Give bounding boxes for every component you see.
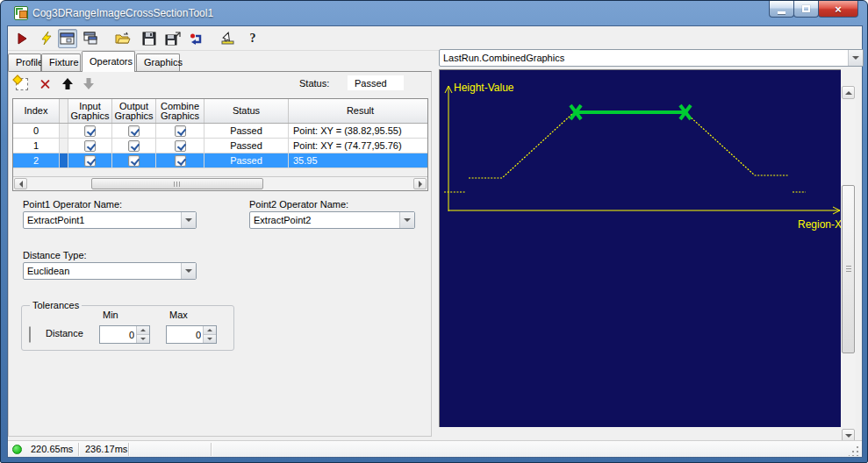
minimize-icon [778, 11, 786, 14]
tab-fixture[interactable]: Fixture [41, 53, 81, 72]
grid-horizontal-scrollbar[interactable] [13, 176, 427, 190]
table-row[interactable]: 0 Passed Point: XY = (38.82,95.55) [13, 124, 427, 139]
point1-operator-value: ExtractPoint1 [24, 215, 181, 225]
col-header-result[interactable]: Result [289, 99, 427, 123]
run-button[interactable] [12, 29, 32, 48]
delete-operator-button[interactable] [38, 76, 54, 92]
save-as-icon [165, 32, 181, 46]
app-icon [14, 6, 28, 20]
tab-graphics[interactable]: Graphics [136, 53, 180, 72]
min-tolerance-input[interactable] [100, 326, 136, 343]
stepper-buttons[interactable] [203, 326, 216, 343]
tab-profile-label: Profile [16, 57, 43, 68]
save-as-button[interactable] [163, 29, 183, 48]
float-window-button[interactable] [81, 29, 100, 48]
col-header-combine-graphics[interactable]: Combine Graphics [156, 99, 204, 123]
probe-button[interactable] [219, 29, 238, 48]
combine-graphics-checkbox[interactable] [175, 155, 186, 167]
open-folder-icon [115, 32, 131, 46]
move-down-button[interactable] [81, 75, 97, 91]
scroll-thumb[interactable] [91, 178, 263, 189]
distance-type-combo[interactable]: Euclidean [23, 262, 197, 280]
scroll-up-button[interactable] [842, 86, 855, 99]
distance-tolerance-checkbox[interactable] [29, 326, 31, 343]
max-label: Max [169, 310, 188, 320]
table-row[interactable]: 1 Passed Point: XY = (74.77,95.76) [13, 139, 427, 153]
maximize-button[interactable] [793, 1, 819, 18]
col-header-status[interactable]: Status [204, 99, 289, 123]
col-header-input-graphics[interactable]: Input Graphics [68, 99, 112, 123]
window-title: Cog3DRangeImageCrossSectionTool1 [32, 7, 213, 19]
distance-type-label: Distance Type: [23, 250, 87, 260]
tab-graphics-label: Graphics [144, 57, 183, 68]
input-graphics-checkbox[interactable] [84, 140, 96, 152]
max-tolerance-input[interactable] [167, 326, 203, 343]
stepper-buttons[interactable] [136, 326, 149, 343]
help-icon: ? [250, 32, 256, 46]
add-operator-button[interactable] [14, 76, 30, 92]
chevron-down-icon[interactable] [399, 212, 414, 228]
status-bar: 220.65ms 236.17ms [8, 440, 862, 457]
row-indicator [60, 153, 68, 167]
combine-graphics-checkbox[interactable] [175, 125, 186, 137]
close-icon: × [835, 3, 842, 16]
help-button[interactable]: ? [243, 29, 262, 48]
chevron-down-icon[interactable] [181, 212, 196, 228]
output-graphics-checkbox[interactable] [128, 125, 140, 137]
show-controls-button[interactable] [58, 29, 77, 48]
min-tolerance-stepper[interactable] [99, 325, 150, 344]
main-toolbar: ? [8, 26, 862, 51]
point1-operator-combo[interactable]: ExtractPoint1 [23, 211, 197, 229]
reset-icon [190, 32, 205, 46]
input-graphics-checkbox[interactable] [84, 155, 96, 167]
graphics-vertical-scrollbar[interactable] [841, 85, 856, 443]
close-button[interactable]: × [818, 1, 858, 18]
status-label: Status: [299, 78, 329, 89]
combine-graphics-checkbox[interactable] [175, 140, 186, 152]
cell-status: Passed [204, 124, 289, 138]
tab-operators-label: Operators [90, 56, 133, 67]
col-header-output-graphics[interactable]: Output Graphics [112, 99, 156, 123]
save-button[interactable] [140, 29, 159, 48]
output-graphics-checkbox[interactable] [128, 155, 140, 167]
maximize-icon [802, 5, 810, 12]
open-file-button[interactable] [113, 29, 133, 48]
minimize-button[interactable] [769, 1, 794, 18]
point2-operator-combo[interactable]: ExtractPoint2 [249, 211, 415, 229]
resize-grip[interactable] [849, 445, 859, 456]
cell-index: 0 [13, 124, 60, 138]
input-graphics-checkbox[interactable] [84, 125, 96, 137]
max-tolerance-stepper[interactable] [166, 325, 217, 344]
cell-result: 35.95 [289, 153, 427, 167]
delete-icon [39, 78, 52, 90]
tab-fixture-label: Fixture [49, 57, 79, 68]
run-continuous-button[interactable] [37, 29, 56, 48]
operators-grid[interactable]: Index Input Graphics Output Graphics Com… [12, 98, 428, 191]
cell-index: 1 [13, 139, 60, 153]
tolerances-title: Tolerances [30, 300, 82, 310]
scroll-thumb[interactable] [842, 185, 855, 353]
cell-status: Passed [204, 139, 289, 153]
graphics-selector-combo[interactable]: LastRun.CombinedGraphics [439, 49, 864, 67]
lightning-icon [39, 32, 54, 46]
reset-button[interactable] [188, 29, 207, 48]
tab-profile[interactable]: Profile [8, 53, 41, 72]
scroll-left-button[interactable] [14, 178, 27, 189]
grid-empty-area [13, 168, 427, 176]
chevron-down-icon[interactable] [848, 50, 863, 66]
grid-header: Index Input Graphics Output Graphics Com… [13, 99, 427, 124]
table-row[interactable]: 2 Passed 35.95 [13, 153, 427, 168]
title-bar[interactable]: Cog3DRangeImageCrossSectionTool1 × [1, 1, 868, 25]
tab-operators[interactable]: Operators [82, 51, 135, 72]
chevron-down-icon[interactable] [181, 263, 196, 279]
output-graphics-checkbox[interactable] [128, 140, 140, 152]
run-icon [15, 32, 29, 46]
cell-result: Point: XY = (74.77,95.76) [289, 139, 427, 153]
scroll-right-button[interactable] [413, 178, 427, 189]
move-up-button[interactable] [60, 75, 75, 91]
col-header-index[interactable]: Index [13, 99, 60, 123]
graphics-selector-value: LastRun.CombinedGraphics [440, 53, 848, 63]
min-label: Min [103, 310, 118, 320]
graphics-display[interactable]: Height-ValueRegion-X [439, 69, 841, 427]
cell-status: Passed [204, 153, 289, 167]
